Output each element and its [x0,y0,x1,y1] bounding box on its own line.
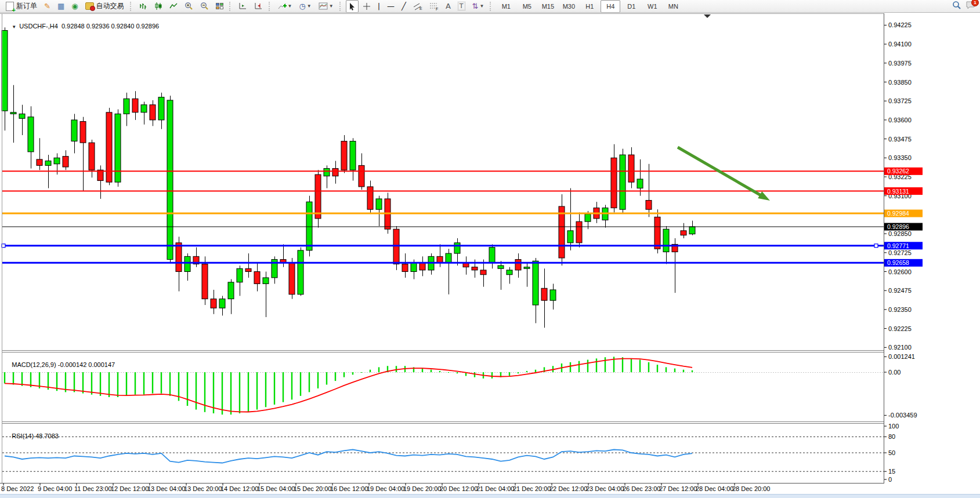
price-axis-tick: 0.94100 [888,41,912,48]
signals-button[interactable]: ◉ [68,0,81,13]
hline-handle[interactable] [874,244,878,248]
symbol-period-label: USDCHF-,H4 [19,23,58,30]
svg-text:F: F [436,7,438,10]
timeframe-group: M1M5M15M30H1H4D1W1MN [496,0,684,13]
price-axis-tick: 0.93600 [888,117,912,123]
crayon-icon: ✎ [44,2,50,10]
cursor-icon [349,2,356,10]
autotrading-icon [85,2,94,10]
rsi-axis-tick: 50 [888,449,895,456]
templates-button[interactable]: ▼ [316,0,337,13]
price-axis-tick: 0.93975 [888,60,912,67]
hline-price-label: 0.92658 [887,259,909,266]
new-order-label: 新订单 [16,1,37,11]
channel-tool-button[interactable]: E [410,0,425,13]
price-axis-tick: 0.92600 [888,268,912,275]
rsi-axis-tick: 80 [888,433,895,440]
svg-text:E: E [420,6,422,10]
date-axis-label: 14 Dec 12:00 [220,485,258,492]
arrows-tool-button[interactable]: ⇅ ▼ [469,0,487,13]
macd-name: MACD(12,26,9) [12,361,56,368]
horizontal-line-tool-button[interactable]: — [384,0,397,13]
vertical-line-tool-button[interactable]: | [375,0,383,13]
auto-scroll-button[interactable] [251,0,266,13]
candlestick-button[interactable] [151,0,165,13]
tile-windows-button[interactable] [213,0,226,13]
autotrading-label: 自动交易 [96,1,124,11]
ohlc-close: 0.92896 [136,23,159,30]
bar-chart-button[interactable] [136,0,150,13]
price-axis-tick: 0.92225 [888,325,912,332]
timeframe-button-h1[interactable]: H1 [580,0,599,13]
date-axis-label: 12 Dec 12:00 [111,485,149,492]
collapse-triangle-icon[interactable]: ▼ [12,24,16,30]
autotrading-button[interactable]: 自动交易 [82,0,127,13]
horizontal-scrollbar[interactable] [0,494,980,498]
cursor-tool-button[interactable] [346,0,359,13]
date-axis-label: 19 Dec 20:00 [403,485,441,492]
price-axis-tick: 0.92100 [888,344,912,351]
rsi-value: 48.7083 [35,432,59,439]
rsi-axis-tick: 0 [888,476,892,483]
text-label-icon: T [458,2,465,10]
date-axis-label: 21 Dec 20:00 [513,485,551,492]
text-tool-button[interactable]: A [443,0,454,13]
date-axis-label: 13 Dec 04:00 [147,485,185,492]
timeframe-button-m15[interactable]: M15 [538,0,558,13]
tile-windows-icon [216,3,223,9]
chart-shift-button[interactable] [236,0,250,13]
search-button[interactable] [952,1,961,12]
crayon-button[interactable]: ✎ [41,0,53,13]
profiles-button[interactable]: ▦ [55,0,67,13]
rsi-indicator-label: RSI(14) 48.7083 [5,426,59,446]
text-label-tool-button[interactable]: T [455,0,468,13]
zoom-in-button[interactable] [182,0,196,13]
price-axis-tick: 0.93350 [888,154,912,161]
hline-price-label: 0.92771 [887,242,909,249]
arrows-icon: ⇅ [472,2,479,10]
toolbar-separator [490,2,493,11]
timeframe-button-d1[interactable]: D1 [621,0,641,13]
indicators-button[interactable]: ▼ [275,0,295,13]
hline-price-label: 0.92984 [887,210,909,217]
timeframe-button-m30[interactable]: M30 [559,0,578,13]
timeframe-button-w1[interactable]: W1 [642,0,662,13]
current-price-label: 0.92896 [887,223,909,230]
ohlc-open: 0.92848 [62,23,85,30]
date-axis-label: 9 Dec 04:00 [38,485,72,492]
chevron-down-icon: ▼ [288,3,292,9]
chart-canvas[interactable]: 0.942250.941000.939750.938500.937250.936… [0,13,980,498]
macd-axis-tick: -0.003459 [888,412,917,419]
price-axis-tick: 0.93850 [888,79,912,86]
date-axis-label: 19 Dec 04:00 [367,485,404,492]
line-chart-button[interactable] [167,0,180,13]
fibonacci-tool-button[interactable]: F [426,0,442,13]
price-axis-tick: 0.92725 [888,249,912,256]
timeframe-button-h4[interactable]: H4 [601,0,620,13]
price-axis-tick: 0.92850 [888,230,912,237]
indicators-icon [278,2,287,10]
timeframe-button-mn[interactable]: MN [663,0,683,13]
crosshair-icon [363,2,371,10]
trendline-tool-button[interactable]: ╱ [399,0,409,13]
chat-button[interactable]: 1 [966,1,975,11]
hline-price-label: 0.93262 [887,168,909,175]
auto-scroll-icon [254,2,263,10]
clock-icon: ◷ [299,2,305,10]
price-axis-tick: 0.94225 [888,21,912,28]
date-axis-label: 21 Dec 04:00 [476,485,514,492]
signals-icon: ◉ [71,2,78,10]
equidistant-channel-icon: E [413,2,422,10]
timeframe-button-m5[interactable]: M5 [517,0,537,13]
ohlc-high: 0.92936 [86,23,110,30]
new-order-icon [6,2,14,11]
price-axis-tick: 0.93725 [888,97,912,104]
periods-button[interactable]: ◷ ▼ [296,0,314,13]
rsi-axis-tick: 100 [888,423,899,430]
crosshair-tool-button[interactable] [360,0,374,13]
chat-badge: 1 [971,0,979,6]
timeframe-button-m1[interactable]: M1 [496,0,516,13]
toolbar-separator [269,2,272,11]
zoom-out-button[interactable] [197,0,212,13]
new-order-button[interactable]: 新订单 [3,0,40,13]
